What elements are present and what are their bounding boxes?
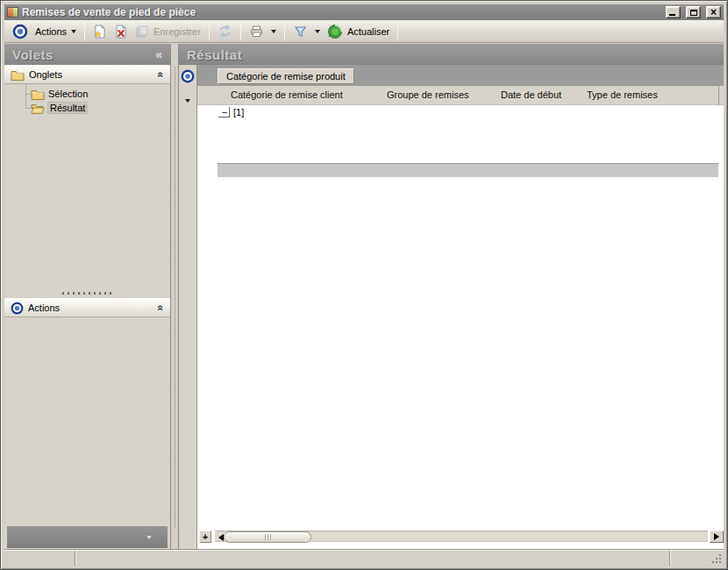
delete-icon bbox=[114, 25, 128, 39]
results-title: Résultat bbox=[187, 47, 242, 62]
app-icon bbox=[7, 7, 18, 18]
actions-section-label: Actions bbox=[28, 303, 60, 313]
tree-item-selection[interactable]: Sélection bbox=[4, 87, 170, 101]
column-header-date-de-debut[interactable]: Date de début bbox=[501, 89, 561, 100]
print-button[interactable] bbox=[246, 22, 268, 41]
application-window: Remises de vente de pied de pièce × Acti… bbox=[0, 0, 728, 570]
status-cell-middle bbox=[75, 551, 670, 566]
results-grid: Catégorie de remise produit Catégorie de… bbox=[197, 65, 724, 551]
folder-open-icon bbox=[31, 103, 45, 114]
panes-title: Volets bbox=[12, 47, 54, 62]
save-button-label: Enregistrer bbox=[153, 26, 201, 37]
actions-menu-label: Actions bbox=[35, 26, 67, 37]
toolbar-separator bbox=[240, 23, 241, 40]
scrollbar-thumb[interactable] bbox=[224, 531, 311, 543]
scroll-right-icon bbox=[714, 533, 719, 540]
toolbar: Actions Enregistrer Actualiser bbox=[4, 20, 724, 43]
collapse-panes-button[interactable]: « bbox=[155, 47, 162, 61]
tree-item-label: Sélection bbox=[48, 89, 88, 99]
chevron-down-icon bbox=[315, 30, 320, 33]
chevron-down-icon bbox=[146, 536, 152, 539]
onglets-section-header[interactable]: Onglets « bbox=[4, 65, 170, 84]
toolbar-separator bbox=[84, 23, 85, 40]
status-cell-right bbox=[670, 551, 724, 566]
toolbar-separator bbox=[397, 23, 398, 40]
toolbar-separator bbox=[284, 23, 285, 40]
column-header-groupe-de-remises[interactable]: Groupe de remises bbox=[387, 89, 469, 100]
refresh-icon bbox=[327, 24, 343, 39]
chevron-down-icon bbox=[271, 30, 276, 33]
group-by-bar: Catégorie de remise produit bbox=[197, 65, 724, 86]
record-target-icon bbox=[181, 69, 195, 85]
horizontal-scrollbar: + bbox=[197, 531, 724, 543]
scroll-right-button[interactable] bbox=[710, 531, 724, 543]
folder-icon bbox=[11, 69, 25, 81]
maximize-icon bbox=[690, 10, 697, 16]
sync-button[interactable] bbox=[214, 22, 236, 41]
splitter-dots bbox=[62, 292, 113, 295]
actions-section-header[interactable]: Actions « bbox=[4, 298, 170, 317]
sync-arrows-icon bbox=[218, 24, 232, 39]
close-button[interactable]: × bbox=[706, 6, 721, 18]
panes-header: Volets « bbox=[4, 44, 170, 65]
refresh-button[interactable]: Actualiser bbox=[324, 22, 393, 41]
group-row[interactable]: − [1] bbox=[197, 105, 724, 119]
vertical-splitter[interactable] bbox=[170, 44, 179, 550]
actions-menu-button[interactable]: Actions bbox=[32, 22, 80, 41]
actions-target-icon bbox=[11, 302, 24, 315]
close-icon: × bbox=[710, 8, 717, 17]
results-header: Résultat bbox=[179, 44, 724, 65]
group-row-label: [1] bbox=[233, 107, 244, 118]
tree-item-resultat[interactable]: Résultat bbox=[4, 101, 170, 115]
minimize-icon bbox=[669, 14, 675, 16]
record-target-icon bbox=[12, 24, 28, 39]
resize-grip[interactable] bbox=[711, 553, 722, 564]
results-side-strip bbox=[179, 65, 197, 551]
panes-splitter-handle[interactable] bbox=[4, 290, 170, 296]
results-pane: Résultat Catégorie de remise produit Cat… bbox=[179, 44, 724, 551]
scrollbar-track[interactable] bbox=[215, 531, 708, 542]
strip-dropdown-button[interactable] bbox=[185, 99, 190, 103]
window-title: Remises de vente de pied de pièce bbox=[22, 6, 660, 18]
collapse-group-button[interactable]: − bbox=[218, 107, 230, 118]
collapse-section-button[interactable]: « bbox=[157, 305, 166, 311]
new-document-icon bbox=[93, 25, 107, 39]
maximize-button[interactable] bbox=[686, 6, 701, 18]
chevron-down-icon bbox=[71, 30, 76, 33]
add-row-button[interactable]: + bbox=[199, 531, 211, 543]
status-cell-left bbox=[4, 551, 75, 566]
column-header-row: Catégorie de remise client Groupe de rem… bbox=[197, 86, 724, 105]
printer-icon bbox=[249, 25, 264, 39]
print-dropdown-button[interactable] bbox=[268, 22, 280, 41]
save-button[interactable]: Enregistrer bbox=[132, 22, 204, 41]
new-record-button[interactable] bbox=[89, 22, 111, 41]
onglets-section-label: Onglets bbox=[29, 69, 62, 80]
toolbar-separator bbox=[209, 23, 210, 40]
status-bar bbox=[4, 550, 724, 566]
folder-icon bbox=[31, 89, 45, 100]
filter-button[interactable] bbox=[289, 22, 311, 41]
collapse-section-button[interactable]: « bbox=[157, 72, 166, 78]
save-icon bbox=[135, 25, 149, 39]
selected-row[interactable] bbox=[218, 163, 718, 177]
panes-tree: Sélection Résultat bbox=[4, 84, 170, 115]
titlebar[interactable]: Remises de vente de pied de pièce × bbox=[4, 4, 724, 20]
filter-funnel-icon bbox=[293, 25, 308, 39]
panes-sidebar: Volets « Onglets « Sélection Résultat Ac… bbox=[4, 44, 170, 550]
refresh-button-label: Actualiser bbox=[347, 26, 389, 37]
pane-selector-bar[interactable] bbox=[7, 526, 168, 548]
column-header-type-de-remises[interactable]: Type de remises bbox=[587, 89, 658, 100]
delete-record-button[interactable] bbox=[111, 22, 132, 41]
tree-item-label: Résultat bbox=[48, 103, 87, 113]
group-by-column-button[interactable]: Catégorie de remise produit bbox=[218, 68, 354, 84]
column-header-categorie-remise-client[interactable]: Catégorie de remise client bbox=[231, 89, 343, 100]
filter-dropdown-button[interactable] bbox=[311, 22, 324, 41]
minimize-button[interactable] bbox=[666, 6, 681, 18]
